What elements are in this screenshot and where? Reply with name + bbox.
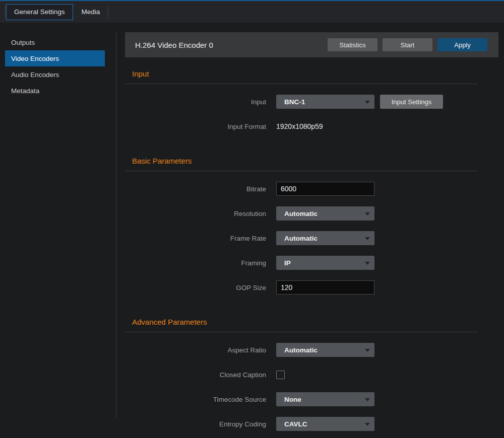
bitrate-input[interactable] — [276, 182, 374, 196]
bitrate-label: Bitrate — [125, 185, 276, 193]
framing-dropdown-value: IP — [284, 259, 291, 267]
input-format-label: Input Format — [125, 123, 276, 130]
chevron-down-icon — [365, 101, 370, 104]
chevron-down-icon — [365, 212, 370, 215]
field-row-timecode-source: Timecode Source None — [125, 392, 478, 406]
top-tab-bar: General Settings Media — [0, 0, 504, 23]
tab-separator — [108, 5, 108, 19]
resolution-label: Resolution — [125, 210, 276, 217]
frame-rate-label: Frame Rate — [125, 235, 276, 242]
resolution-dropdown[interactable]: Automatic — [276, 206, 374, 221]
statistics-button[interactable]: Statistics — [328, 38, 377, 51]
entropy-coding-dropdown-value: CAVLC — [284, 420, 307, 428]
field-row-gop-size: GOP Size — [125, 280, 478, 295]
page-title: H.264 Video Encoder 0 — [135, 41, 323, 49]
input-format-value: 1920x1080p59 — [276, 122, 323, 130]
field-row-entropy-coding: Entropy Coding CAVLC — [125, 417, 478, 431]
chevron-down-icon — [365, 398, 370, 401]
chevron-down-icon — [365, 262, 370, 265]
section-heading-basic-parameters: Basic Parameters — [125, 156, 478, 171]
field-row-aspect-ratio: Aspect Ratio Automatic — [125, 343, 478, 357]
tab-media[interactable]: Media — [74, 4, 108, 20]
field-row-bitrate: Bitrate — [125, 182, 478, 196]
sidebar-item-metadata[interactable]: Metadata — [5, 83, 105, 99]
field-row-resolution: Resolution Automatic — [125, 206, 478, 221]
sidebar-item-outputs[interactable]: Outputs — [5, 34, 105, 50]
aspect-ratio-label: Aspect Ratio — [125, 346, 276, 354]
field-row-input-format: Input Format 1920x1080p59 — [125, 119, 478, 133]
timecode-source-label: Timecode Source — [125, 396, 276, 403]
entropy-coding-label: Entropy Coding — [125, 420, 276, 428]
sidebar-divider — [116, 32, 116, 418]
timecode-source-dropdown-value: None — [284, 396, 301, 403]
section-basic-parameters: Basic Parameters Bitrate Resolution Auto… — [125, 156, 478, 305]
panel-header: H.264 Video Encoder 0 Statistics Start A… — [125, 32, 498, 57]
closed-caption-label: Closed Caption — [125, 371, 276, 379]
field-row-input: Input BNC-1 Input Settings — [125, 95, 478, 109]
sidebar-item-video-encoders[interactable]: Video Encoders — [5, 50, 105, 66]
input-label: Input — [125, 98, 276, 106]
gop-size-input[interactable] — [276, 280, 374, 295]
start-button[interactable]: Start — [383, 38, 432, 51]
framing-label: Framing — [125, 259, 276, 267]
entropy-coding-dropdown[interactable]: CAVLC — [276, 417, 374, 431]
section-heading-input: Input — [125, 69, 478, 84]
field-row-frame-rate: Frame Rate Automatic — [125, 231, 478, 245]
frame-rate-dropdown[interactable]: Automatic — [276, 231, 374, 245]
aspect-ratio-dropdown-value: Automatic — [284, 346, 318, 354]
input-settings-button[interactable]: Input Settings — [380, 95, 443, 109]
input-dropdown[interactable]: BNC-1 — [276, 95, 374, 109]
frame-rate-dropdown-value: Automatic — [284, 235, 318, 242]
closed-caption-checkbox[interactable] — [276, 371, 285, 379]
timecode-source-dropdown[interactable]: None — [276, 392, 374, 406]
gop-size-label: GOP Size — [125, 284, 276, 291]
resolution-dropdown-value: Automatic — [284, 210, 318, 217]
field-row-framing: Framing IP — [125, 256, 478, 270]
chevron-down-icon — [365, 349, 370, 352]
chevron-down-icon — [365, 237, 370, 240]
aspect-ratio-dropdown[interactable]: Automatic — [276, 343, 374, 357]
apply-button[interactable]: Apply — [437, 38, 487, 51]
chevron-down-icon — [365, 423, 370, 426]
section-advanced-parameters: Advanced Parameters Aspect Ratio Automat… — [125, 317, 478, 438]
field-row-closed-caption: Closed Caption — [125, 368, 478, 382]
tab-separator — [5, 5, 6, 19]
tab-general-settings[interactable]: General Settings — [6, 4, 73, 20]
sidebar-item-audio-encoders[interactable]: Audio Encoders — [5, 66, 105, 83]
sidebar: Outputs Video Encoders Audio Encoders Me… — [0, 23, 116, 438]
section-input: Input Input BNC-1 Input Settings Input F… — [125, 69, 478, 144]
main-panel: H.264 Video Encoder 0 Statistics Start A… — [116, 23, 504, 438]
framing-dropdown[interactable]: IP — [276, 256, 374, 270]
input-dropdown-value: BNC-1 — [284, 98, 305, 106]
section-heading-advanced-parameters: Advanced Parameters — [125, 317, 478, 332]
